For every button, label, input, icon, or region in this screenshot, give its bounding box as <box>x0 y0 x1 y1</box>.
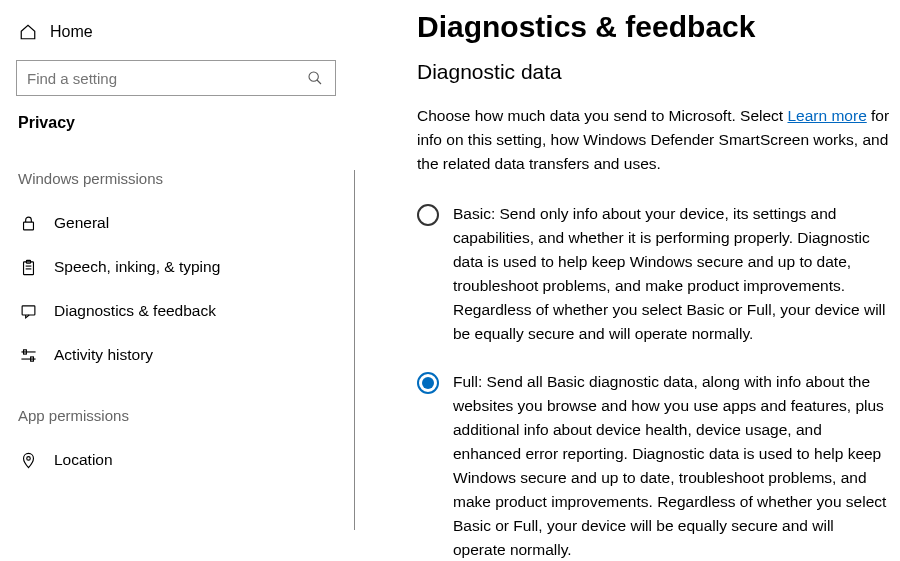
learn-more-link[interactable]: Learn more <box>787 107 866 124</box>
sidebar: Home Privacy Windows permissions General… <box>0 0 355 561</box>
radio-option-full[interactable]: Full: Send all Basic diagnostic data, al… <box>417 370 890 561</box>
search-icon <box>305 68 325 88</box>
sidebar-item-activity[interactable]: Activity history <box>16 333 339 377</box>
category-title: Privacy <box>16 114 339 132</box>
content-pane: Diagnostics & feedback Diagnostic data C… <box>355 0 900 561</box>
activity-icon <box>18 345 38 365</box>
radio-full[interactable] <box>417 372 439 394</box>
sidebar-item-speech[interactable]: Speech, inking, & typing <box>16 245 339 289</box>
search-input[interactable] <box>27 70 295 87</box>
radio-full-text: Full: Send all Basic diagnostic data, al… <box>453 370 890 561</box>
sidebar-item-label: Activity history <box>54 346 153 364</box>
search-box[interactable] <box>16 60 336 96</box>
svg-line-1 <box>317 80 321 84</box>
group-app-permissions: App permissions <box>16 407 339 424</box>
page-title: Diagnostics & feedback <box>417 10 890 44</box>
svg-point-12 <box>26 456 30 460</box>
svg-rect-7 <box>22 305 35 314</box>
home-icon <box>18 22 38 42</box>
feedback-icon <box>18 301 38 321</box>
sidebar-item-label: General <box>54 214 109 232</box>
intro-before: Choose how much data you send to Microso… <box>417 107 787 124</box>
home-button[interactable]: Home <box>16 22 339 42</box>
home-label: Home <box>50 23 93 41</box>
sidebar-item-general[interactable]: General <box>16 201 339 245</box>
intro-text: Choose how much data you send to Microso… <box>417 104 890 176</box>
group-windows-permissions: Windows permissions <box>16 170 339 187</box>
sidebar-item-label: Speech, inking, & typing <box>54 258 220 276</box>
lock-icon <box>18 213 38 233</box>
radio-basic[interactable] <box>417 204 439 226</box>
sidebar-item-label: Location <box>54 451 113 469</box>
divider <box>354 170 355 530</box>
radio-basic-text: Basic: Send only info about your device,… <box>453 202 890 346</box>
clipboard-icon <box>18 257 38 277</box>
sidebar-item-label: Diagnostics & feedback <box>54 302 216 320</box>
svg-point-0 <box>309 72 318 81</box>
sidebar-item-diagnostics[interactable]: Diagnostics & feedback <box>16 289 339 333</box>
svg-rect-2 <box>23 222 33 230</box>
section-title: Diagnostic data <box>417 60 890 84</box>
sidebar-item-location[interactable]: Location <box>16 438 339 482</box>
radio-option-basic[interactable]: Basic: Send only info about your device,… <box>417 202 890 346</box>
location-icon <box>18 450 38 470</box>
